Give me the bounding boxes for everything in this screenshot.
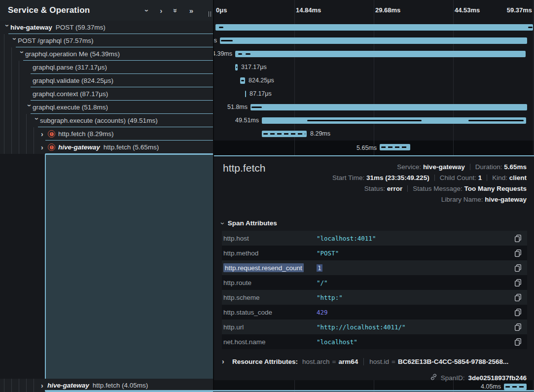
- attribute-row[interactable]: http.scheme"http:": [222, 290, 527, 305]
- timeline-row[interactable]: 317.17μs: [214, 61, 534, 74]
- span-label: POST /graphql (57.57ms): [18, 37, 94, 44]
- chevron-right-icon[interactable]: ›: [222, 358, 228, 365]
- meta-value: hive-gateway: [485, 196, 527, 203]
- axis-tick-label: 29.68ms: [375, 6, 400, 14]
- exclamation-mark: !: [50, 132, 54, 136]
- bar-duration-label: 8.29ms: [310, 127, 330, 141]
- chevron-down-icon[interactable]: ›: [26, 104, 33, 110]
- copy-icon[interactable]: [515, 235, 521, 242]
- timeline-row[interactable]: 49.51ms: [214, 114, 534, 127]
- meta-label: Service:: [397, 163, 423, 171]
- meta-label: Start Time:: [332, 174, 366, 181]
- timeline-row[interactable]: 51.8ms: [214, 101, 534, 114]
- chevron-down-icon[interactable]: ›: [143, 9, 151, 12]
- attribute-row[interactable]: http.url"http://localhost:4011/": [222, 320, 527, 334]
- trace-viewer: Service & Operation ››»» ›hive-gatewayPO…: [0, 0, 534, 392]
- bar-self-time-mark: [221, 40, 233, 41]
- attribute-row[interactable]: http.route"/": [222, 275, 527, 290]
- timeline-row[interactable]: 8.29ms: [214, 127, 534, 141]
- resource-value: arm64: [338, 358, 358, 365]
- tree-row[interactable]: ›graphql.context (87.17μs): [0, 87, 213, 101]
- span-label: graphql.execute (51.8ms): [33, 104, 108, 111]
- chevron-down-icon: ›: [219, 222, 226, 224]
- tree-row[interactable]: ›hive-gatewayPOST (59.37ms): [0, 21, 213, 34]
- tree-row[interactable]: ›!http.fetch (8.29ms): [0, 127, 213, 141]
- chevron-down-icon[interactable]: ›: [19, 51, 26, 57]
- axis-tick-label: 0μs: [216, 6, 227, 14]
- copy-icon[interactable]: [515, 323, 521, 331]
- attribute-row[interactable]: http.host"localhost:4011": [222, 231, 527, 246]
- span-label: graphql.parse (317.17μs): [33, 64, 107, 71]
- double-chevron-right-icon[interactable]: »: [189, 7, 193, 14]
- span-meta-line: Service: hive-gatewayDuration: 5.65ms: [332, 162, 527, 173]
- span-bar[interactable]: [220, 37, 527, 44]
- span-id-value: 3de02518937fb246: [468, 374, 527, 382]
- tree-row[interactable]: ›!hive-gatewayhttp.fetch (5.65ms): [0, 141, 213, 154]
- bar-self-time-mark: [251, 107, 262, 108]
- indent-guide: [34, 127, 34, 141]
- chevron-right-icon[interactable]: ›: [41, 382, 47, 389]
- chevron-down-icon[interactable]: ›: [11, 37, 18, 44]
- attribute-row[interactable]: http.status_code429: [222, 305, 527, 320]
- span-bar[interactable]: [250, 104, 527, 110]
- double-chevron-down-icon[interactable]: »: [172, 8, 179, 12]
- span-bar[interactable]: [245, 91, 246, 97]
- meta-label: Status:: [364, 185, 387, 192]
- tree-row[interactable]: ›graphql.execute (51.8ms): [0, 101, 213, 114]
- bar-self-time-mark: [238, 53, 242, 55]
- tree-row[interactable]: ›graphql.operation Me (54.39ms): [0, 47, 213, 61]
- indent-guide: [26, 127, 27, 141]
- indent-guide: [4, 87, 4, 101]
- timeline-row[interactable]: 824.25μs: [214, 74, 534, 87]
- span-bar[interactable]: [215, 24, 533, 31]
- copy-icon[interactable]: [515, 279, 521, 286]
- span-bar[interactable]: [235, 51, 526, 57]
- meta-value: 1: [478, 174, 482, 181]
- copy-icon[interactable]: [515, 294, 521, 301]
- panel-resize-handle[interactable]: [209, 11, 212, 17]
- timeline-row[interactable]: 5.65ms: [214, 141, 534, 155]
- tree-row[interactable]: ›graphql.validate (824.25μs): [0, 74, 213, 87]
- copy-icon[interactable]: [515, 264, 521, 272]
- resource-key: host.arch: [302, 358, 330, 365]
- meta-value: 31ms (23:35:49.225): [366, 174, 429, 181]
- chevron-right-icon[interactable]: ›: [41, 131, 47, 138]
- indent-guide: [11, 101, 12, 114]
- timeline-row[interactable]: 54.39ms: [214, 47, 534, 61]
- span-attributes-header[interactable]: › Span Attributes: [222, 219, 277, 227]
- bar-self-time-mark: [307, 120, 422, 121]
- link-icon[interactable]: [430, 373, 437, 382]
- indent-guide: [26, 379, 27, 392]
- timeline-row[interactable]: [214, 21, 534, 34]
- bar-duration-label: 49.51ms: [235, 114, 259, 127]
- indent-guide: [4, 101, 4, 114]
- span-bar[interactable]: [262, 131, 307, 137]
- timeline-row[interactable]: 87.17μs: [214, 87, 534, 101]
- chevron-down-icon[interactable]: ›: [34, 117, 40, 124]
- meta-value: Too Many Requests: [464, 185, 527, 192]
- span-meta: Service: hive-gatewayDuration: 5.65msSta…: [332, 162, 527, 205]
- indent-guide: [26, 114, 27, 127]
- tree-row[interactable]: ›subgraph.execute (accounts) (49.51ms): [0, 114, 213, 127]
- attribute-row[interactable]: http.method"POST": [222, 246, 527, 260]
- chevron-down-icon[interactable]: ›: [4, 24, 11, 31]
- bar-duration-label: 87.17μs: [249, 87, 272, 101]
- attribute-row[interactable]: http.request.resend_count1: [222, 260, 527, 275]
- chevron-right-icon[interactable]: ›: [160, 7, 162, 14]
- bar-self-time-mark: [246, 53, 250, 55]
- tree-row[interactable]: ›graphql.parse (317.17μs): [0, 61, 213, 74]
- chevron-right-icon[interactable]: ›: [41, 144, 47, 151]
- span-bar[interactable]: [380, 144, 410, 150]
- span-bar[interactable]: [504, 384, 527, 390]
- tree-row[interactable]: ›POST /graphql (57.57ms): [0, 34, 213, 47]
- attribute-row[interactable]: net.host.name"localhost": [222, 334, 527, 349]
- timeline-row[interactable]: 57.57ms: [214, 34, 534, 47]
- attribute-value: "http://localhost:4011/": [317, 323, 509, 331]
- resource-attributes-row[interactable]: ›Resource Attributes:host.arch=arm64host…: [222, 354, 508, 369]
- indent-guide: [34, 379, 34, 392]
- copy-icon[interactable]: [515, 249, 521, 257]
- copy-icon[interactable]: [515, 338, 521, 346]
- span-label: http.fetch (4.05ms): [93, 382, 148, 389]
- copy-icon[interactable]: [515, 309, 521, 316]
- indent-guide: [34, 141, 34, 154]
